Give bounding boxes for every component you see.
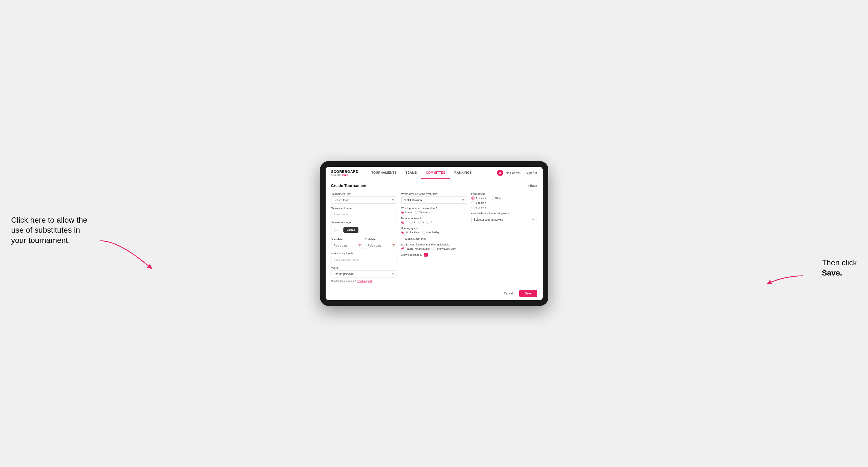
division-select[interactable]: NCAA Division I (401, 196, 467, 204)
nav-user: B blair admin | Sign out (497, 170, 537, 176)
radio-teams-circle (401, 247, 404, 250)
tablet-screen: SCOREBOARD Powered by clippd TOURNAMENTS… (326, 167, 543, 300)
form-grid: Tournament Host Search team Tournament n… (331, 192, 537, 282)
gender-womens[interactable]: Womens (415, 211, 430, 214)
radio-4-circle (426, 221, 429, 224)
rounds-4[interactable]: 4 (426, 221, 432, 224)
radio-mens-circle (401, 211, 404, 214)
page-title: Create Tournament (331, 183, 367, 188)
radio-3-circle (418, 221, 421, 224)
event-individuals[interactable]: Individuals Only (433, 247, 456, 250)
rounds-1[interactable]: 1 (401, 221, 407, 224)
venue-hint: Can't find your venue? email support (331, 280, 397, 282)
radio-stroke-circle (401, 231, 404, 234)
chevron-left-icon: ‹ (528, 184, 529, 187)
tablet-device: SCOREBOARD Powered by clippd TOURNAMENTS… (320, 161, 548, 306)
event-teams[interactable]: Teams (+Individuals) (401, 247, 430, 250)
format-label: Format type (471, 192, 537, 195)
substitutes-checkbox-item: Allow substitutes? ✓ (401, 253, 467, 257)
nav-committee[interactable]: COMMITTEE (421, 167, 450, 179)
radio-medal-circle (401, 237, 404, 240)
sponsor-group: Sponsor (optional) (331, 252, 397, 263)
substitutes-group: Allow substitutes? ✓ (401, 253, 467, 257)
form-col-3: Format type 5 count 4 Other (471, 192, 537, 223)
annotation-right-bold: Save. (822, 269, 842, 277)
upload-button[interactable]: Upload (343, 227, 359, 233)
arrow-left-icon (97, 238, 153, 271)
radio-individuals-circle (433, 247, 436, 250)
tournament-host-select[interactable]: Search team (331, 196, 397, 204)
event-type-label: Is this event for Teams and/or Individua… (401, 243, 467, 246)
scoring-label: Scoring system (401, 226, 467, 229)
separator: | (523, 171, 524, 175)
format-6count4[interactable]: 6 count 4 (471, 201, 537, 204)
scoring-radio-group: Stroke Play Match Play Medal Match Play (401, 231, 467, 240)
svg-rect-1 (334, 228, 338, 232)
substitutes-label: Allow substitutes? (401, 253, 423, 256)
nav-tournaments[interactable]: TOURNAMENTS (367, 167, 401, 179)
rounds-2[interactable]: 2 (410, 221, 415, 224)
form-col-1: Tournament Host Search team Tournament n… (331, 192, 397, 282)
radio-match-circle (422, 231, 425, 234)
tournament-name-input[interactable] (331, 211, 397, 218)
form-col-2: Which division is the event for? NCAA Di… (401, 192, 467, 257)
calendar-icon: 📅 (358, 244, 361, 247)
sign-out-link[interactable]: Sign out (526, 171, 537, 175)
gender-radio-group: Mens Womens (401, 211, 467, 214)
page-wrapper: Click here to allow the use of substitut… (11, 161, 857, 306)
format-group: Format type 5 count 4 Other (471, 192, 537, 209)
user-name: blair admin (505, 171, 520, 175)
gender-label: Which gender is the event for? (401, 207, 467, 210)
svg-point-2 (335, 229, 336, 229)
radio-womens-circle (415, 211, 418, 214)
scoring-api-select[interactable]: Select a scoring service (471, 216, 537, 223)
nav-rankings[interactable]: RANKINGS (450, 167, 476, 179)
rounds-radio-group: 1 2 3 (401, 221, 467, 224)
avatar: B (497, 170, 503, 176)
tournament-name-label: Tournament name (331, 207, 397, 210)
logo-preview (331, 225, 341, 235)
nav-links: TOURNAMENTS TEAMS COMMITTEE RANKINGS (367, 167, 497, 179)
tournament-logo-group: Tournament logo Upload (331, 221, 397, 235)
annotation-right: Then click Save. (822, 258, 857, 278)
start-date-wrapper: 📅 (331, 242, 363, 249)
save-button[interactable]: Save (519, 290, 537, 297)
division-label: Which division is the event for? (401, 192, 467, 195)
venue-group: Venue Search golf club Can't find your v… (331, 266, 397, 282)
back-link[interactable]: ‹ Back (528, 184, 537, 187)
calendar-end-icon: 📅 (392, 244, 395, 247)
end-date-label: End date (365, 238, 397, 241)
scoring-medal[interactable]: Medal Match Play (401, 237, 427, 240)
tournament-host-label: Tournament Host (331, 192, 397, 195)
tournament-name-group: Tournament name (331, 207, 397, 218)
format-5count4[interactable]: 5 count 4 (471, 196, 487, 199)
email-support-link[interactable]: email support (357, 280, 372, 282)
start-date-group: Start date 📅 (331, 238, 363, 249)
nav-teams[interactable]: TEAMS (401, 167, 421, 179)
venue-label: Venue (331, 266, 397, 269)
logo-upload-area: Upload (331, 225, 397, 235)
rounds-label: Number of rounds (401, 217, 467, 220)
format-6count5[interactable]: 6 count 5 (471, 206, 537, 209)
rounds-3[interactable]: 3 (418, 221, 424, 224)
sponsor-label: Sponsor (optional) (331, 252, 397, 255)
substitutes-checkbox[interactable]: ✓ (424, 253, 428, 257)
logo-area: SCOREBOARD Powered by clippd (331, 169, 359, 176)
format-other[interactable]: Other (491, 196, 502, 199)
sponsor-input[interactable] (331, 256, 397, 263)
start-date-label: Start date (331, 238, 363, 241)
arrow-right-icon (764, 273, 806, 287)
division-group: Which division is the event for? NCAA Di… (401, 192, 467, 204)
date-row: Start date 📅 End date 📅 (331, 238, 397, 249)
annotation-right-line1: Then click (822, 258, 857, 267)
scoring-match[interactable]: Match Play (422, 231, 439, 234)
cancel-button[interactable]: Cancel (500, 290, 517, 297)
scoring-api-label: Use third-party live scoring API? (471, 212, 537, 215)
scoring-stroke[interactable]: Stroke Play (401, 231, 419, 234)
scoring-group: Scoring system Stroke Play Match Play (401, 226, 467, 240)
radio-1-circle (401, 221, 404, 224)
logo-scoreboard: SCOREBOARD (331, 169, 359, 174)
event-type-group: Is this event for Teams and/or Individua… (401, 243, 467, 250)
gender-mens[interactable]: Mens (401, 211, 412, 214)
venue-select[interactable]: Search golf club (331, 270, 397, 278)
